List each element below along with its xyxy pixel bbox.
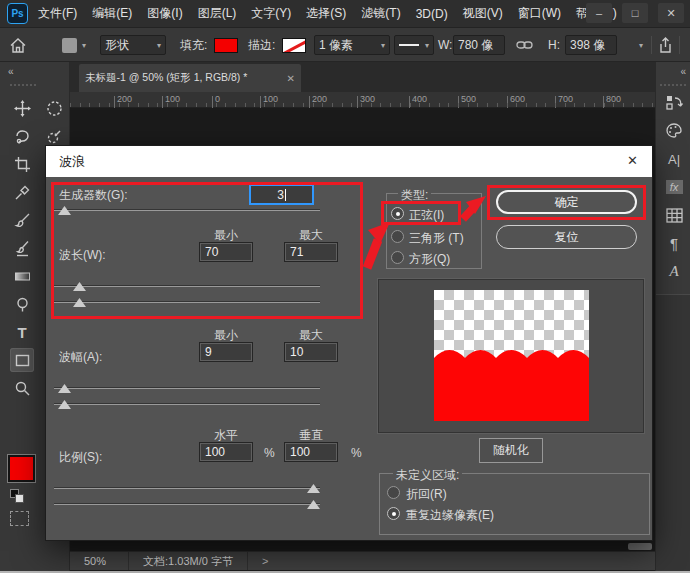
horizontal-scrollbar[interactable] [628,543,652,550]
type-tool[interactable]: T [10,320,34,344]
mixer-brush-tool[interactable] [10,236,34,260]
elliptical-marquee-tool[interactable] [42,96,66,120]
history-panel-icon[interactable] [662,92,686,114]
menu-image[interactable]: 图像(I) [147,5,182,22]
crop-tool[interactable] [10,152,34,176]
randomize-button[interactable]: 随机化 [479,438,543,463]
ruler-tick: 500 [461,94,476,104]
photoshop-logo: Ps [7,3,28,24]
menu-filter[interactable]: 滤镜(T) [361,5,400,22]
radio-square-label[interactable]: 方形(Q) [409,251,450,268]
dodge-tool[interactable] [10,292,34,316]
radio-repeat-edge-pixels[interactable] [387,507,400,520]
tab-close-icon[interactable]: ✕ [287,73,295,84]
amplitude-max-input[interactable]: 10 [284,342,338,362]
radio-repeat-edge-pixels-label[interactable]: 重复边缘像素(E) [406,507,494,524]
annotation-arrow-to-sine [360,222,390,276]
ruler-tick: 100 [165,94,180,104]
amplitude-min-input[interactable]: 9 [199,342,253,362]
color-panel-icon[interactable] [662,120,686,142]
annotation-box-sine [381,201,461,225]
radio-triangle[interactable] [391,230,404,243]
zoom-tool[interactable] [10,376,34,400]
paragraph-panel-icon[interactable]: ¶ [662,232,686,254]
fill-color-swatch[interactable] [214,28,238,62]
document-tab-bar: 未标题-1 @ 50% (矩形 1, RGB/8) * ✕ [70,62,655,92]
ruler-tick: 200 [117,94,132,104]
dialog-close-icon[interactable]: ✕ [627,153,638,168]
ruler-tick: 400 [412,94,427,104]
separator [679,28,680,62]
amplitude-min-slider[interactable] [54,384,320,394]
ruler-tick: 700 [558,94,573,104]
amplitude-max-slider[interactable] [54,400,320,410]
menu-type[interactable]: 文字(Y) [251,5,291,22]
close-window-button[interactable]: ✕ [658,3,684,23]
chevron-down-icon: ▾ [82,41,86,50]
ruler-tick: 600 [510,94,525,104]
document-tab-title: 未标题-1 @ 50% (矩形 1, RGB/8) * [85,71,283,85]
gradient-tool[interactable] [10,264,34,288]
scale-horizontal-slider[interactable] [54,484,320,494]
undefined-areas-legend: 未定义区域: [393,467,462,484]
rectangle-tool[interactable] [10,348,34,372]
status-options-chevron-icon[interactable]: > [262,555,268,567]
maximize-button[interactable]: □ [622,3,648,23]
minimize-button[interactable]: – [586,3,612,23]
radio-wrap-around-label[interactable]: 折回(R) [406,486,447,503]
foreground-color-swatch[interactable] [8,455,35,482]
quick-mask-icon[interactable] [10,511,29,526]
shape-width-input[interactable]: 780 像 [453,28,505,62]
window-controls: – □ ✕ [586,3,684,23]
shape-height-input[interactable]: 398 像 [565,28,617,62]
menu-window[interactable]: 窗口(W) [518,5,561,22]
styles-panel-icon[interactable]: fx [662,176,686,198]
tool-preset-icon[interactable]: ▾ [62,28,86,62]
share-icon[interactable] [658,28,673,62]
character-panel-icon[interactable]: A| [662,148,686,170]
menu-3d[interactable]: 3D(D) [416,7,448,21]
stroke-color-swatch[interactable] [282,28,306,62]
eyedropper-tool[interactable] [10,180,34,204]
wave-preview-red-shape [434,342,589,421]
dialog-titlebar[interactable]: 波浪 [46,146,652,177]
collapse-dock-icon[interactable]: « [680,66,684,77]
brush-tool[interactable] [10,208,34,232]
scale-horizontal-input[interactable]: 100 [199,442,253,462]
menu-view[interactable]: 视图(V) [463,5,503,22]
height-label: H: [548,28,560,62]
separator [651,28,652,62]
move-tool[interactable] [10,96,34,120]
scale-vertical-input[interactable]: 100 [284,442,338,462]
tool-mode-dropdown[interactable]: 形状▾ [100,28,166,62]
status-bar: 50% 文档:1.03M/0 字节 > [70,551,655,570]
menu-select[interactable]: 选择(S) [306,5,346,22]
ruler-tick: 100 [263,94,278,104]
menu-layer[interactable]: 图层(L) [198,5,237,22]
percent-sign: % [264,446,275,460]
collapse-tools-icon[interactable]: « [8,66,12,77]
wave-dialog: 波浪 ✕ 生成器数(G): 3 最小 最大 波长(W): 70 71 最小 最大… [45,145,653,541]
link-dimensions-icon[interactable] [516,28,533,62]
reset-button[interactable]: 复位 [496,225,637,249]
panel-grip[interactable] [660,84,686,86]
swatches-panel-icon[interactable] [662,204,686,226]
home-icon[interactable] [10,28,26,62]
radio-triangle-label[interactable]: 三角形 (T) [409,230,464,247]
zoom-level[interactable]: 50% [84,555,106,567]
annotation-box-left [51,182,363,319]
chevron-down-icon: ▾ [425,41,429,50]
glyphs-panel-icon[interactable]: A [662,260,686,282]
panel-grip[interactable] [10,84,36,86]
lasso-tool[interactable] [10,124,34,148]
document-tab[interactable]: 未标题-1 @ 50% (矩形 1, RGB/8) * ✕ [79,64,301,92]
default-colors-icon[interactable] [10,489,25,504]
menu-edit[interactable]: 编辑(E) [92,5,132,22]
radio-wrap-around[interactable] [387,486,400,499]
stroke-width-dropdown[interactable]: 1 像素▾ [314,28,390,62]
stroke-type-dropdown[interactable]: ▾ [394,28,434,62]
more-options-chevron-icon[interactable]: ▾ [634,28,643,62]
scale-vertical-slider[interactable] [54,500,320,510]
menu-file[interactable]: 文件(F) [38,5,77,22]
radio-square[interactable] [391,251,404,264]
